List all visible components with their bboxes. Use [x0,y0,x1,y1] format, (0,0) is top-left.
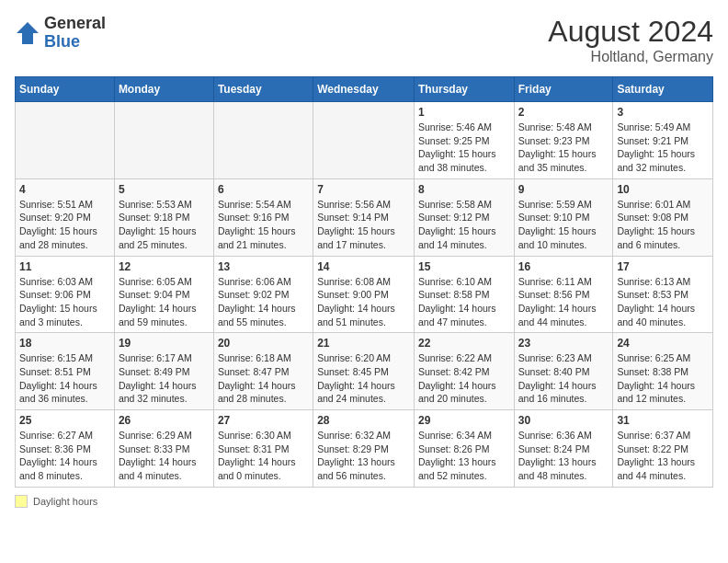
calendar-day-cell: 24Sunrise: 6:25 AM Sunset: 8:38 PM Dayli… [613,333,713,410]
day-number: 1 [418,106,510,119]
calendar-day-cell: 27Sunrise: 6:30 AM Sunset: 8:31 PM Dayli… [213,410,313,488]
day-number: 22 [418,337,510,350]
day-number: 17 [617,260,709,273]
day-info: Sunrise: 6:23 AM Sunset: 8:40 PM Dayligh… [518,351,609,406]
day-info: Sunrise: 5:48 AM Sunset: 9:23 PM Dayligh… [518,121,609,175]
calendar-day-cell: 17Sunrise: 6:13 AM Sunset: 8:53 PM Dayli… [613,256,713,333]
logo-blue: Blue [44,33,106,52]
logo-general: General [44,15,106,33]
day-number: 11 [19,260,110,273]
calendar-day-cell: 4Sunrise: 5:51 AM Sunset: 9:20 PM Daylig… [16,178,115,256]
calendar-day-cell: 25Sunrise: 6:27 AM Sunset: 8:36 PM Dayli… [16,410,115,488]
calendar-day-cell: 29Sunrise: 6:34 AM Sunset: 8:26 PM Dayli… [414,410,514,488]
day-number: 15 [418,260,510,273]
day-info: Sunrise: 6:29 AM Sunset: 8:33 PM Dayligh… [119,429,210,483]
day-info: Sunrise: 6:34 AM Sunset: 8:26 PM Dayligh… [418,429,510,483]
day-info: Sunrise: 5:49 AM Sunset: 9:21 PM Dayligh… [617,121,709,175]
calendar-week-row: 4Sunrise: 5:51 AM Sunset: 9:20 PM Daylig… [16,178,713,256]
day-info: Sunrise: 5:53 AM Sunset: 9:18 PM Dayligh… [119,198,210,252]
calendar-day-cell: 19Sunrise: 6:17 AM Sunset: 8:49 PM Dayli… [114,333,213,410]
day-number: 4 [19,183,110,196]
day-info: Sunrise: 6:15 AM Sunset: 8:51 PM Dayligh… [19,351,110,406]
calendar-weekday-header: Friday [514,77,613,102]
calendar-week-row: 25Sunrise: 6:27 AM Sunset: 8:36 PM Dayli… [16,410,713,488]
day-info: Sunrise: 6:08 AM Sunset: 9:00 PM Dayligh… [317,275,410,329]
day-info: Sunrise: 5:56 AM Sunset: 9:14 PM Dayligh… [317,198,410,252]
day-info: Sunrise: 6:11 AM Sunset: 8:56 PM Dayligh… [518,275,609,329]
calendar-day-cell: 13Sunrise: 6:06 AM Sunset: 9:02 PM Dayli… [213,256,313,333]
calendar-day-cell: 12Sunrise: 6:05 AM Sunset: 9:04 PM Dayli… [114,256,213,333]
day-info: Sunrise: 6:17 AM Sunset: 8:49 PM Dayligh… [119,351,210,406]
day-number: 29 [418,414,510,427]
calendar-day-cell: 23Sunrise: 6:23 AM Sunset: 8:40 PM Dayli… [514,333,613,410]
day-number: 7 [317,183,410,196]
calendar-weekday-header: Monday [114,77,213,102]
calendar-day-cell: 28Sunrise: 6:32 AM Sunset: 8:29 PM Dayli… [313,410,415,488]
calendar-week-row: 1Sunrise: 5:46 AM Sunset: 9:25 PM Daylig… [16,102,713,179]
calendar-day-cell: 26Sunrise: 6:29 AM Sunset: 8:33 PM Dayli… [114,410,213,488]
day-number: 9 [518,183,609,196]
month-year-title: August 2024 [548,15,713,49]
calendar-week-row: 11Sunrise: 6:03 AM Sunset: 9:06 PM Dayli… [16,256,713,333]
day-info: Sunrise: 6:25 AM Sunset: 8:38 PM Dayligh… [617,351,709,406]
day-number: 16 [518,260,609,273]
day-number: 2 [518,106,609,119]
day-number: 18 [19,337,110,350]
day-number: 6 [218,183,309,196]
day-info: Sunrise: 6:18 AM Sunset: 8:47 PM Dayligh… [218,351,309,406]
calendar-day-cell: 2Sunrise: 5:48 AM Sunset: 9:23 PM Daylig… [514,102,613,179]
day-number: 5 [119,183,210,196]
calendar-weekday-header: Tuesday [213,77,313,102]
calendar-weekday-header: Thursday [414,77,514,102]
calendar-day-cell: 30Sunrise: 6:36 AM Sunset: 8:24 PM Dayli… [514,410,613,488]
day-info: Sunrise: 6:03 AM Sunset: 9:06 PM Dayligh… [19,275,110,329]
calendar-weekday-header: Saturday [613,77,713,102]
calendar-day-cell: 15Sunrise: 6:10 AM Sunset: 8:58 PM Dayli… [414,256,514,333]
logo-icon [15,20,40,46]
day-number: 21 [317,337,410,350]
day-number: 25 [19,414,110,427]
day-info: Sunrise: 6:10 AM Sunset: 8:58 PM Dayligh… [418,275,510,329]
day-info: Sunrise: 6:01 AM Sunset: 9:08 PM Dayligh… [617,198,709,252]
page-header: General Blue August 2024 Holtland, Germa… [15,15,713,65]
calendar-day-cell: 7Sunrise: 5:56 AM Sunset: 9:14 PM Daylig… [313,178,415,256]
calendar-day-cell: 16Sunrise: 6:11 AM Sunset: 8:56 PM Dayli… [514,256,613,333]
day-number: 24 [617,337,709,350]
calendar-day-cell: 22Sunrise: 6:22 AM Sunset: 8:42 PM Dayli… [414,333,514,410]
day-info: Sunrise: 6:36 AM Sunset: 8:24 PM Dayligh… [518,429,609,483]
day-number: 19 [119,337,210,350]
calendar-day-cell: 31Sunrise: 6:37 AM Sunset: 8:22 PM Dayli… [613,410,713,488]
calendar-weekday-header: Sunday [16,77,115,102]
day-number: 10 [617,183,709,196]
day-info: Sunrise: 6:20 AM Sunset: 8:45 PM Dayligh… [317,351,410,406]
calendar-day-cell [114,102,213,179]
day-info: Sunrise: 6:22 AM Sunset: 8:42 PM Dayligh… [418,351,510,406]
calendar-day-cell: 1Sunrise: 5:46 AM Sunset: 9:25 PM Daylig… [414,102,514,179]
calendar-day-cell: 9Sunrise: 5:59 AM Sunset: 9:10 PM Daylig… [514,178,613,256]
day-number: 26 [119,414,210,427]
calendar-table: SundayMondayTuesdayWednesdayThursdayFrid… [15,76,713,488]
calendar-day-cell [213,102,313,179]
day-number: 14 [317,260,410,273]
svg-marker-0 [17,22,39,44]
day-number: 27 [218,414,309,427]
day-number: 13 [218,260,309,273]
calendar-week-row: 18Sunrise: 6:15 AM Sunset: 8:51 PM Dayli… [16,333,713,410]
day-number: 20 [218,337,309,350]
legend-color-box [15,495,28,508]
calendar-day-cell: 6Sunrise: 5:54 AM Sunset: 9:16 PM Daylig… [213,178,313,256]
calendar-weekday-header: Wednesday [313,77,415,102]
day-info: Sunrise: 6:32 AM Sunset: 8:29 PM Dayligh… [317,429,410,483]
day-info: Sunrise: 6:30 AM Sunset: 8:31 PM Dayligh… [218,429,309,483]
day-info: Sunrise: 5:51 AM Sunset: 9:20 PM Dayligh… [19,198,110,252]
logo: General Blue [15,15,106,52]
day-info: Sunrise: 6:37 AM Sunset: 8:22 PM Dayligh… [617,429,709,483]
day-info: Sunrise: 6:13 AM Sunset: 8:53 PM Dayligh… [617,275,709,329]
calendar-day-cell: 20Sunrise: 6:18 AM Sunset: 8:47 PM Dayli… [213,333,313,410]
calendar-day-cell: 21Sunrise: 6:20 AM Sunset: 8:45 PM Dayli… [313,333,415,410]
title-block: August 2024 Holtland, Germany [548,15,713,65]
calendar-header-row: SundayMondayTuesdayWednesdayThursdayFrid… [16,77,713,102]
location-subtitle: Holtland, Germany [548,49,713,65]
calendar-day-cell: 11Sunrise: 6:03 AM Sunset: 9:06 PM Dayli… [16,256,115,333]
calendar-day-cell: 5Sunrise: 5:53 AM Sunset: 9:18 PM Daylig… [114,178,213,256]
